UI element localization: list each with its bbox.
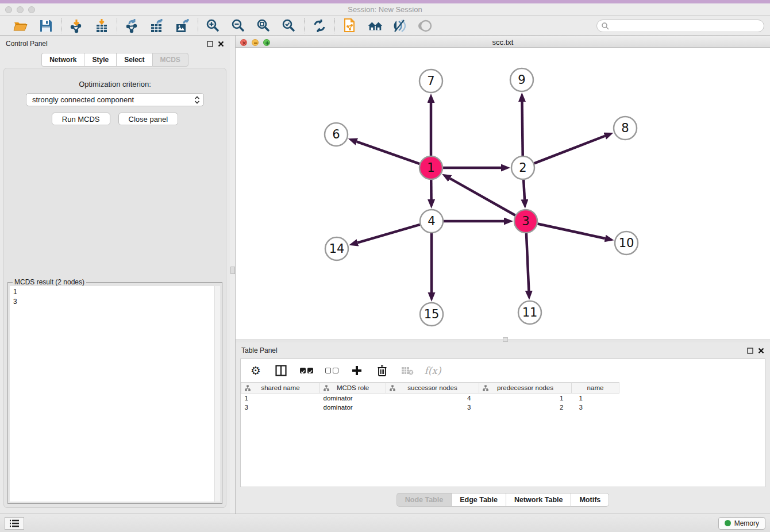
node-14[interactable]: 14: [325, 237, 348, 260]
node-1[interactable]: 1: [419, 156, 442, 179]
column-header-label: successor nodes: [407, 384, 457, 391]
horizontal-splitter-handle[interactable]: [503, 337, 508, 342]
vertical-splitter[interactable]: [230, 36, 236, 514]
column-header-mcds-role[interactable]: MCDS role: [320, 383, 386, 394]
tab-motifs[interactable]: Motifs: [571, 493, 609, 507]
table-cell[interactable]: 1: [241, 394, 320, 403]
task-history-button[interactable]: [5, 517, 24, 530]
column-header-shared-name[interactable]: shared name: [241, 383, 320, 394]
control-panel-title: Control Panel: [6, 40, 48, 48]
clone-network-button[interactable]: [342, 18, 358, 34]
table-cell[interactable]: 3: [386, 403, 479, 412]
gear-icon: ⚙: [251, 365, 261, 376]
optimization-criterion-select[interactable]: strongly connected component: [26, 93, 204, 106]
edge-1-6[interactable]: [357, 142, 419, 164]
open-folder-icon: [13, 19, 28, 33]
tab-network-table[interactable]: Network Table: [506, 493, 571, 507]
unchecked-boxes-icon: [325, 368, 338, 373]
export-image-button[interactable]: [175, 18, 191, 34]
edge-4-14[interactable]: [357, 225, 419, 243]
import-network-button[interactable]: [68, 18, 84, 34]
network-graph[interactable]: 7968124314101511: [236, 48, 770, 338]
run-mcds-button[interactable]: Run MCDS: [52, 113, 110, 125]
node-8[interactable]: 8: [614, 117, 637, 140]
node-10[interactable]: 10: [615, 232, 638, 255]
edge-3-1[interactable]: [450, 179, 515, 215]
node-7[interactable]: 7: [419, 70, 442, 92]
export-table-button[interactable]: [149, 18, 165, 34]
column-header-predecessor-nodes[interactable]: predecessor nodes: [479, 383, 572, 394]
result-scrollbar[interactable]: [214, 286, 220, 502]
import-table-button[interactable]: [94, 18, 110, 34]
search-container: [596, 20, 764, 32]
zoom-fit-button[interactable]: [256, 18, 272, 34]
delete-table-button[interactable]: [401, 364, 414, 377]
network-canvas[interactable]: 7968124314101511: [236, 48, 770, 340]
table-cell[interactable]: dominator: [320, 394, 386, 403]
add-column-button[interactable]: [350, 364, 364, 377]
zoom-in-button[interactable]: [205, 18, 221, 34]
table-cell[interactable]: 1: [479, 394, 572, 403]
table-cell[interactable]: 1: [572, 394, 619, 403]
close-table-panel-icon[interactable]: [758, 348, 764, 354]
delete-column-button[interactable]: [375, 364, 389, 377]
node-3[interactable]: 3: [514, 210, 537, 233]
memory-button[interactable]: Memory: [718, 517, 765, 530]
deselect-all-columns-button[interactable]: [325, 364, 338, 377]
column-header-name[interactable]: name: [572, 383, 619, 394]
edge-2-3[interactable]: [523, 180, 525, 199]
table-row[interactable]: 1dominator411: [241, 394, 619, 403]
edge-2-8[interactable]: [534, 136, 605, 164]
function-builder-button[interactable]: f(x): [426, 364, 440, 377]
svg-text:2: 2: [519, 161, 526, 175]
tab-network[interactable]: Network: [41, 53, 84, 67]
close-panel-button[interactable]: Close panel: [118, 113, 179, 125]
mcds-result-area[interactable]: 13: [10, 286, 220, 502]
svg-text:4: 4: [428, 214, 435, 228]
node-4[interactable]: 4: [420, 210, 443, 233]
search-input[interactable]: [596, 20, 764, 32]
open-session-button[interactable]: [13, 18, 29, 34]
tab-style[interactable]: Style: [84, 53, 116, 67]
tab-node-table[interactable]: Node Table: [396, 493, 451, 507]
vertical-splitter-handle[interactable]: [230, 267, 235, 274]
save-session-button[interactable]: [38, 18, 54, 34]
node-11[interactable]: 11: [518, 301, 541, 324]
table-cell[interactable]: dominator: [320, 403, 386, 412]
edge-3-10[interactable]: [538, 223, 605, 238]
tab-select[interactable]: Select: [116, 53, 152, 67]
float-table-panel-icon[interactable]: [747, 348, 753, 354]
memory-label: Memory: [734, 519, 759, 527]
table-settings-button[interactable]: ⚙: [249, 364, 263, 377]
delete-table-icon: [401, 366, 414, 375]
birds-eye-view-button[interactable]: [418, 18, 434, 34]
zoom-selected-button[interactable]: [281, 18, 297, 34]
refresh-view-button[interactable]: [311, 18, 328, 34]
show-hide-details-button[interactable]: [392, 18, 409, 34]
node-6[interactable]: 6: [325, 123, 348, 146]
home-view-button[interactable]: [367, 18, 383, 34]
svg-text:8: 8: [621, 121, 629, 135]
edge-3-11[interactable]: [526, 233, 529, 291]
tab-edge-table[interactable]: Edge Table: [451, 493, 506, 507]
houses-icon: [367, 19, 383, 33]
node-2[interactable]: 2: [511, 156, 534, 179]
select-all-columns-button[interactable]: [299, 364, 313, 377]
export-network-button[interactable]: [124, 18, 140, 34]
network-window-titlebar[interactable]: scc.txt: [236, 36, 770, 48]
table-cell[interactable]: 3: [572, 403, 619, 412]
column-layout-button[interactable]: [274, 364, 288, 377]
node-15[interactable]: 15: [420, 303, 443, 326]
table-cell[interactable]: 4: [386, 394, 479, 403]
table-cell[interactable]: 3: [241, 403, 320, 412]
close-panel-icon[interactable]: [218, 41, 224, 47]
tab-mcds[interactable]: MCDS: [152, 53, 188, 67]
table-cell[interactable]: 2: [479, 403, 572, 412]
table-row[interactable]: 3dominator323: [241, 403, 619, 412]
edge-2-9[interactable]: [522, 102, 522, 156]
node-9[interactable]: 9: [510, 68, 533, 91]
float-panel-icon[interactable]: [207, 41, 213, 47]
column-header-successor-nodes[interactable]: successor nodes: [386, 383, 479, 394]
zoom-out-button[interactable]: [230, 18, 247, 34]
clone-network-icon: [343, 18, 357, 33]
